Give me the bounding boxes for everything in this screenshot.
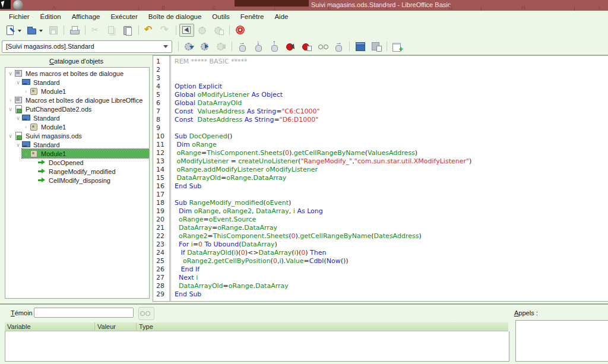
tree-item-my-macros[interactable]: ∨Mes macros et boîtes de dialogue: [5, 69, 149, 78]
sub-icon: [37, 159, 46, 166]
background-selected-column: [235, 0, 309, 7]
watch-column-variable[interactable]: Variable: [5, 322, 95, 331]
tree-expander-icon[interactable]: ∨: [22, 151, 30, 157]
run-button[interactable]: [198, 40, 213, 53]
menu-aide[interactable]: Aide: [269, 12, 293, 21]
new-module-button[interactable]: [3, 24, 23, 37]
undo-button[interactable]: [142, 24, 157, 37]
save-button[interactable]: [46, 24, 61, 37]
menu-fichier[interactable]: Fichier: [4, 12, 35, 21]
step-over-button[interactable]: [235, 40, 250, 53]
dropdown-arrow-icon[interactable]: [18, 30, 21, 34]
tree-expander-icon[interactable]: ›: [7, 97, 14, 103]
breakpoint-button[interactable]: [283, 40, 298, 53]
tree-item-label: Suivi magasins.ods: [26, 132, 82, 140]
macro-toolbar: [Suivi magasins.ods].Standard: [0, 38, 608, 55]
code-line: oRange.addModifyListener oModifyListener: [175, 166, 608, 174]
line-number: 19: [153, 207, 169, 216]
app-icon: [0, 0, 11, 9]
code-line: Const ValuesAddress As String="C6:C1000": [175, 107, 608, 116]
tree-item-my-macros-module1[interactable]: ›Module1: [5, 87, 149, 96]
tree-item-putchangeddate2-ods[interactable]: ∨PutChangedDate2.ods: [5, 105, 149, 113]
tree-expander-icon[interactable]: ›: [22, 88, 30, 94]
code-editor[interactable]: 1234567891011121314151617181920212223242…: [153, 55, 608, 302]
menu-bar: FichierÉditionAffichageExécuterBoîte de …: [0, 11, 608, 23]
watch-input[interactable]: [34, 308, 134, 318]
form-controls-button[interactable]: [211, 24, 226, 37]
line-number: 12: [153, 149, 169, 157]
tree-item-my-macros-standard[interactable]: ∨Standard: [5, 78, 149, 87]
tree-expander-icon[interactable]: ∨: [7, 133, 14, 139]
print-button[interactable]: [67, 24, 82, 37]
cut-button[interactable]: [88, 24, 103, 37]
tree-expander-icon[interactable]: ∨: [7, 106, 14, 112]
manage-breakpoints-button[interactable]: [299, 40, 314, 53]
menu-affichage[interactable]: Affichage: [66, 12, 106, 21]
code-line: End Sub: [175, 290, 608, 299]
tree-item-putchangeddate2-module1[interactable]: ›Module1: [5, 122, 149, 131]
run-icon: [200, 41, 211, 52]
dropdown-arrow-icon[interactable]: [39, 30, 43, 34]
watch-column-valeur[interactable]: Valeur: [95, 322, 137, 331]
object-catalog-tree[interactable]: ∨Mes macros et boîtes de dialogue∨Standa…: [5, 67, 150, 299]
tree-item-suivi-magasins-ods[interactable]: ∨Suivi magasins.ods: [5, 131, 149, 140]
redo-button[interactable]: [158, 24, 173, 37]
tree-item-sub-docopened[interactable]: DocOpened: [5, 158, 149, 167]
tree-expander-icon[interactable]: ›: [22, 124, 30, 130]
chevron-down-icon[interactable]: [163, 45, 168, 50]
goto-marker-button[interactable]: [331, 40, 346, 53]
call-stack-list[interactable]: [515, 320, 608, 362]
library-selector[interactable]: [Suivi magasins.ods].Standard: [2, 40, 172, 53]
tree-item-label: CellModify_disposing: [49, 177, 110, 184]
document-icon: [14, 105, 23, 113]
step-into-button[interactable]: [251, 40, 266, 53]
menu-boite-de-dialogue[interactable]: Boîte de dialogue: [143, 12, 207, 21]
tree-expander-icon[interactable]: ∨: [14, 142, 22, 148]
line-number: 2: [153, 66, 169, 74]
form-controls-icon: [213, 25, 224, 36]
line-number: 10: [153, 132, 169, 141]
tree-expander-icon[interactable]: ∨: [14, 115, 22, 121]
tree-item-sub-rangemodify-modified[interactable]: RangeModify_modified: [5, 167, 149, 176]
menu-edition[interactable]: Édition: [35, 12, 66, 21]
watch-list[interactable]: [5, 331, 509, 362]
paste-button[interactable]: [121, 24, 135, 37]
line-number: 22: [153, 232, 169, 240]
compile-button[interactable]: [182, 40, 197, 53]
library-icon: [22, 141, 31, 148]
menu-fenetre[interactable]: Fenêtre: [235, 12, 270, 21]
copy-button[interactable]: [104, 24, 119, 37]
import-dialog-button[interactable]: [390, 40, 405, 53]
watch-button[interactable]: [315, 40, 330, 53]
stop-button[interactable]: [214, 40, 229, 53]
tree-item-application-macros[interactable]: ›Macros et boîtes de dialogue LibreOffic…: [5, 96, 149, 105]
watch-column-type[interactable]: Type: [137, 322, 508, 331]
save-source-button[interactable]: [369, 40, 384, 53]
line-number: 4: [153, 83, 169, 91]
code-line: For i=0 To Ubound(DataArray): [175, 240, 608, 249]
main-area: Catalogue d'objets ∨Mes macros et boîtes…: [0, 55, 608, 303]
tree-item-putchangeddate2-standard[interactable]: ∨Standard: [5, 113, 149, 122]
toolbar-separator: [349, 42, 350, 51]
tree-expander-icon[interactable]: ∨: [14, 80, 22, 86]
window-titlebar: Suivi magasins.ods.Standard - LibreOffic…: [0, 0, 608, 11]
tree-item-suivi-magasins-standard[interactable]: ∨Standard: [5, 140, 149, 149]
open-button[interactable]: [24, 24, 45, 37]
controls-button[interactable]: [195, 24, 210, 37]
menu-executer[interactable]: Exécuter: [105, 12, 142, 21]
select-tool-button[interactable]: [179, 24, 194, 37]
background-column-letter: B: [162, 5, 165, 11]
tree-item-sub-cellmodify-disposing[interactable]: CellModify_disposing: [5, 176, 149, 185]
modules-button[interactable]: [353, 40, 368, 53]
step-out-button[interactable]: [267, 40, 282, 53]
code-pane[interactable]: REM ***** BASIC *****Option ExplicitGlob…: [171, 56, 608, 301]
tree-expander-icon[interactable]: ∨: [7, 71, 14, 77]
container-icon: [14, 69, 23, 77]
call-stack-label: Appels :: [514, 309, 538, 316]
menu-outils[interactable]: Outils: [207, 12, 235, 21]
tree-item-suivi-magasins-module1[interactable]: ∨Module1: [5, 149, 149, 158]
help-button[interactable]: [233, 24, 248, 37]
line-number: 11: [153, 141, 169, 149]
code-line: [175, 66, 608, 74]
enable-watch-button[interactable]: [138, 307, 154, 320]
